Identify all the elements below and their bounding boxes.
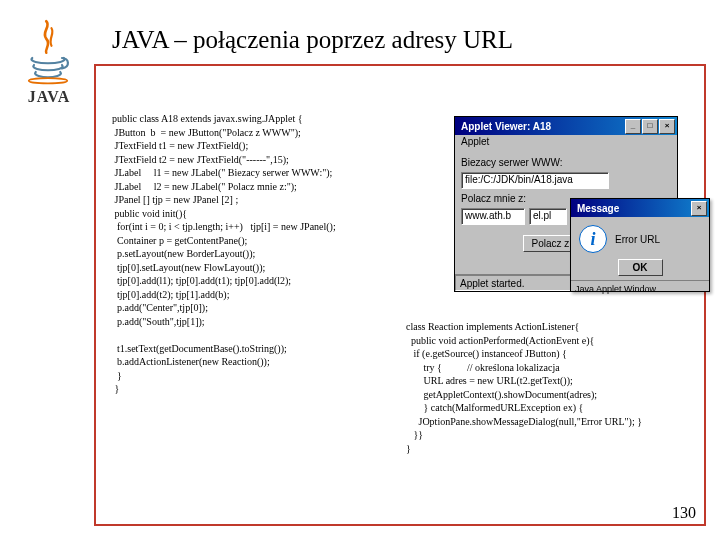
page-number: 130 [672,504,696,522]
field-host[interactable]: www.ath.b [461,208,525,225]
field-domain[interactable]: el.pl [529,208,567,225]
message-titlebar[interactable]: Message × [571,199,709,217]
message-dialog: Message × i Error URL OK Java Applet Win… [570,198,710,292]
maximize-button[interactable]: □ [642,119,658,134]
svg-point-0 [29,78,68,83]
applet-titlebar[interactable]: Applet Viewer: A18 _ □ × [455,117,677,135]
message-close-button[interactable]: × [691,201,707,216]
label-connect: Polacz mnie z: [461,193,526,204]
label-server: Biezacy serwer WWW: [461,157,563,168]
info-icon: i [579,225,607,253]
message-title-text: Message [573,203,690,214]
ok-button[interactable]: OK [618,259,663,276]
applet-menubar[interactable]: Applet [455,135,677,151]
java-logo-text: JAVA [12,88,86,106]
code-block-left: public class A18 extends javax.swing.JAp… [112,112,336,396]
java-logo: JAVA [12,16,86,106]
message-text: Error URL [615,234,660,245]
close-button[interactable]: × [659,119,675,134]
message-statusbar: Java Applet Window [571,280,709,297]
field-server-url[interactable]: file:/C:/JDK/bin/A18.java [461,172,609,189]
applet-title-text: Applet Viewer: A18 [457,121,624,132]
java-cup-icon [20,16,76,86]
page-title: JAVA – połączenia poprzez adresy URL [112,26,513,54]
minimize-button[interactable]: _ [625,119,641,134]
code-block-right: class Reaction implements ActionListener… [406,320,642,455]
applet-menu-item[interactable]: Applet [461,136,489,147]
